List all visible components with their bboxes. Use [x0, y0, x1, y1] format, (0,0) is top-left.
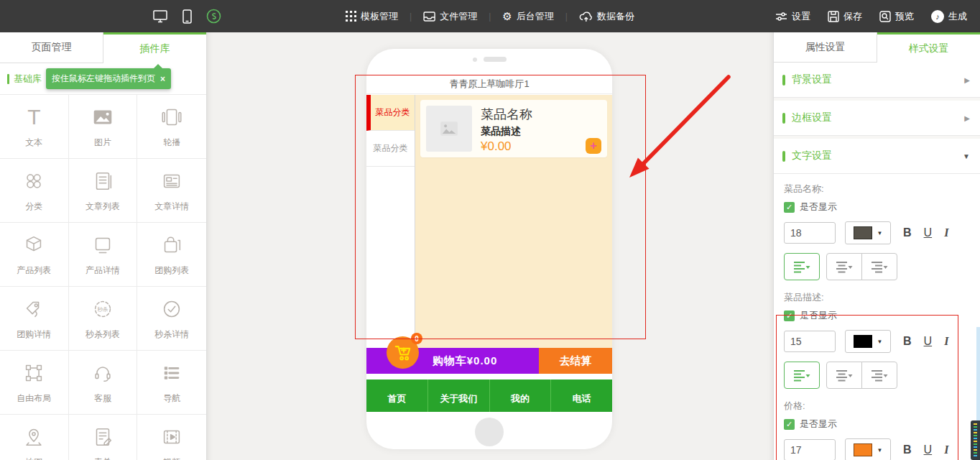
- align-right-button[interactable]: [861, 362, 897, 389]
- caret-down-icon: ▼: [877, 230, 883, 236]
- save-icon: [828, 11, 839, 22]
- align-center-button[interactable]: [826, 253, 862, 280]
- menu-file-management[interactable]: 文件管理: [423, 10, 477, 23]
- color-dropdown[interactable]: ▼: [845, 330, 891, 353]
- show-checkbox-row[interactable]: ✓ 是否显示: [784, 309, 980, 322]
- tab-style-settings[interactable]: 样式设置: [877, 32, 980, 63]
- font-controls-row: ▼ B U I: [784, 438, 980, 460]
- dish-list-area: 菜品名称 菜品描述 ¥0.00 +: [415, 95, 612, 348]
- widget-seckill-detail[interactable]: 秒杀详情: [137, 287, 206, 351]
- scrollbar-thumb[interactable]: [971, 420, 980, 460]
- form-icon: [91, 424, 115, 450]
- show-checkbox-row[interactable]: ✓ 是否显示: [784, 201, 980, 213]
- italic-button[interactable]: I: [944, 443, 948, 456]
- library-label: 基础库: [14, 73, 42, 86]
- widget-customer-service[interactable]: 客服: [69, 351, 138, 415]
- menu-data-backup[interactable]: 数据备份: [579, 10, 634, 23]
- font-size-input[interactable]: [784, 222, 836, 244]
- phone-preview: 青青原上草咖啡厅1 菜品分类 菜品分类 菜品名称 菜品描述 ¥0.00 +: [366, 49, 612, 449]
- checkbox-checked-icon[interactable]: ✓: [784, 202, 795, 213]
- bold-button[interactable]: B: [903, 226, 912, 239]
- align-center-button[interactable]: [826, 362, 862, 389]
- home-button[interactable]: [475, 418, 504, 446]
- align-left-button[interactable]: [784, 253, 820, 280]
- font-size-input[interactable]: [784, 439, 836, 460]
- tab-page-management[interactable]: 页面管理: [0, 32, 103, 63]
- color-swatch: [854, 443, 872, 456]
- widget-product-list[interactable]: 产品列表: [0, 223, 69, 287]
- color-dropdown[interactable]: ▼: [845, 221, 891, 244]
- nav-item-mine[interactable]: 我的: [489, 380, 551, 412]
- section-marker: [782, 151, 785, 162]
- mobile-preview-icon[interactable]: [182, 9, 192, 24]
- bold-button[interactable]: B: [903, 443, 912, 456]
- tooltip-close-button[interactable]: ×: [160, 74, 165, 84]
- widget-navigation[interactable]: 导航: [137, 351, 206, 415]
- widget-article-detail[interactable]: 文章详情: [137, 159, 206, 223]
- italic-button[interactable]: I: [944, 335, 948, 348]
- widget-seckill-list[interactable]: 秒杀 秒杀列表: [69, 287, 138, 351]
- widget-map[interactable]: 地图: [0, 415, 69, 460]
- scrollbar-stripes: [974, 423, 977, 458]
- widget-groupbuy-detail[interactable]: 团购详情: [0, 287, 69, 351]
- menu-template-management[interactable]: 模板管理: [346, 10, 398, 23]
- action-generate[interactable]: ♪ 生成: [931, 10, 967, 23]
- tooltip-text: 按住鼠标左键拖动插件到页: [52, 73, 155, 85]
- section-background-settings[interactable]: 背景设置 ▶: [774, 63, 980, 98]
- tab-plugin-library[interactable]: 插件库: [103, 32, 206, 63]
- groupbuy-detail-icon: [22, 296, 46, 322]
- category-menu: 菜品分类 菜品分类: [366, 95, 415, 348]
- desktop-preview-icon[interactable]: [152, 9, 168, 23]
- checkbox-checked-icon[interactable]: ✓: [784, 310, 795, 321]
- widget-product-detail[interactable]: 产品详情: [69, 223, 138, 287]
- nav-item-phone[interactable]: 电话: [550, 380, 612, 412]
- widget-text[interactable]: T 文本: [0, 95, 69, 159]
- action-preview[interactable]: 预览: [879, 10, 914, 23]
- widget-carousel[interactable]: 轮播: [137, 95, 206, 159]
- dish-card[interactable]: 菜品名称 菜品描述 ¥0.00 +: [420, 100, 607, 157]
- align-right-button[interactable]: [861, 253, 897, 280]
- widget-category[interactable]: 分类: [0, 159, 69, 223]
- link-icon[interactable]: [206, 9, 221, 24]
- underline-button[interactable]: U: [924, 335, 933, 348]
- widget-form[interactable]: 表单: [69, 415, 138, 460]
- menu-label: 后台管理: [517, 10, 554, 23]
- add-to-cart-button[interactable]: +: [586, 138, 601, 154]
- tab-attribute-settings[interactable]: 属性设置: [774, 32, 877, 63]
- checkbox-checked-icon[interactable]: ✓: [784, 419, 795, 430]
- widget-image[interactable]: 图片: [69, 95, 138, 159]
- drag-hint-tooltip: 按住鼠标左键拖动插件到页 ×: [46, 68, 171, 89]
- checkout-button[interactable]: 去结算: [539, 348, 612, 374]
- section-text-settings[interactable]: 文字设置 ▼: [774, 136, 980, 174]
- action-save[interactable]: 保存: [828, 10, 862, 23]
- action-settings[interactable]: 设置: [775, 10, 810, 23]
- italic-button[interactable]: I: [944, 226, 948, 239]
- menu-backend-management[interactable]: ⚙ 后台管理: [502, 10, 553, 23]
- camera-dot: [473, 58, 477, 62]
- align-left-button[interactable]: [784, 362, 820, 389]
- font-size-input[interactable]: [784, 331, 836, 352]
- generate-icon: ♪: [931, 10, 944, 23]
- widget-groupbuy-list[interactable]: 团购列表: [137, 223, 206, 287]
- action-label: 保存: [843, 10, 862, 23]
- underline-button[interactable]: U: [924, 443, 933, 456]
- menu-label: 文件管理: [440, 10, 477, 23]
- bold-button[interactable]: B: [903, 335, 912, 348]
- nav-item-home[interactable]: 首页: [366, 380, 427, 412]
- category-item[interactable]: 菜品分类: [366, 131, 415, 167]
- widget-grid: T 文本 图片 轮播 分类 文章列表 文章详情 产品列表 产品详情: [0, 94, 206, 460]
- show-checkbox-row[interactable]: ✓ 是否显示: [784, 418, 980, 431]
- cloud-upload-icon: [579, 11, 593, 22]
- category-item-selected[interactable]: 菜品分类: [366, 95, 415, 131]
- widget-video[interactable]: 视频: [137, 415, 206, 460]
- caret-down-icon: ▼: [877, 447, 883, 454]
- widget-free-layout[interactable]: 自由布局: [0, 351, 69, 415]
- cart-fab-button[interactable]: 0: [387, 336, 419, 369]
- preview-mode-group: [152, 0, 221, 32]
- separator: |: [489, 12, 491, 22]
- color-dropdown[interactable]: ▼: [845, 438, 891, 460]
- nav-item-about[interactable]: 关于我们: [427, 380, 489, 412]
- underline-button[interactable]: U: [924, 226, 933, 239]
- section-border-settings[interactable]: 边框设置 ▶: [774, 98, 980, 136]
- widget-article-list[interactable]: 文章列表: [69, 159, 138, 223]
